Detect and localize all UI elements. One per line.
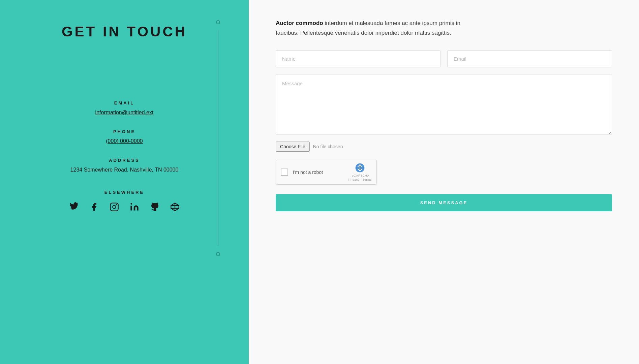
- right-panel: Auctor commodo interdum et malesuada fam…: [249, 0, 639, 364]
- social-section: ELSEWHERE: [30, 190, 219, 212]
- intro-paragraph: Auctor commodo interdum et malesuada fam…: [276, 19, 478, 38]
- recaptcha-widget[interactable]: I'm not a robot reCAPTCHA Privacy - Term…: [276, 160, 377, 185]
- facebook-icon[interactable]: [89, 202, 99, 212]
- svg-point-3: [130, 203, 132, 205]
- recaptcha-logo: reCAPTCHA Privacy - Terms: [348, 162, 372, 182]
- recaptcha-brand: reCAPTCHA Privacy - Terms: [348, 174, 372, 182]
- svg-point-1: [113, 205, 116, 208]
- message-textarea[interactable]: [276, 74, 612, 135]
- recaptcha-checkbox[interactable]: [281, 169, 288, 176]
- choose-file-button[interactable]: Choose File: [276, 142, 310, 152]
- phone-label: PHONE: [30, 129, 219, 134]
- page-title: GET IN TOUCH: [62, 24, 187, 40]
- left-panel: GET IN TOUCH EMAIL information@untitled.…: [0, 0, 249, 364]
- decorative-line: [218, 20, 218, 256]
- linkedin-icon[interactable]: [129, 202, 140, 212]
- file-input-wrapper: Choose File No file chosen: [276, 142, 612, 152]
- instagram-icon[interactable]: [109, 202, 120, 212]
- elsewhere-label: ELSEWHERE: [30, 190, 219, 195]
- file-no-chosen-label: No file chosen: [313, 144, 343, 149]
- contact-info: EMAIL information@untitled.ext PHONE (00…: [30, 100, 219, 212]
- deco-dot-bottom: [216, 252, 220, 256]
- email-label: EMAIL: [30, 100, 219, 105]
- email-section: EMAIL information@untitled.ext: [30, 100, 219, 116]
- name-email-row: [276, 50, 612, 67]
- address-value: 1234 Somewhere Road, Nashville, TN 00000: [30, 167, 219, 173]
- svg-point-2: [116, 204, 117, 206]
- twitter-icon[interactable]: [68, 202, 79, 212]
- deco-dot-top: [216, 20, 220, 24]
- send-message-button[interactable]: SEND MESSAGE: [276, 194, 612, 211]
- intro-bold: Auctor commodo: [276, 20, 323, 26]
- address-section: ADDRESS 1234 Somewhere Road, Nashville, …: [30, 158, 219, 173]
- phone-value[interactable]: (000) 000-0000: [30, 138, 219, 144]
- email-input[interactable]: [447, 50, 612, 67]
- recaptcha-icon: [355, 162, 365, 173]
- codepen-icon[interactable]: [170, 202, 180, 212]
- github-icon[interactable]: [149, 202, 160, 212]
- address-label: ADDRESS: [30, 158, 219, 163]
- phone-section: PHONE (000) 000-0000: [30, 129, 219, 144]
- name-input[interactable]: [276, 50, 440, 67]
- recaptcha-label: I'm not a robot: [293, 170, 344, 175]
- social-icons-row: [30, 202, 219, 212]
- file-input-row: Choose File No file chosen: [276, 142, 612, 152]
- svg-rect-0: [110, 203, 118, 211]
- email-value[interactable]: information@untitled.ext: [30, 110, 219, 116]
